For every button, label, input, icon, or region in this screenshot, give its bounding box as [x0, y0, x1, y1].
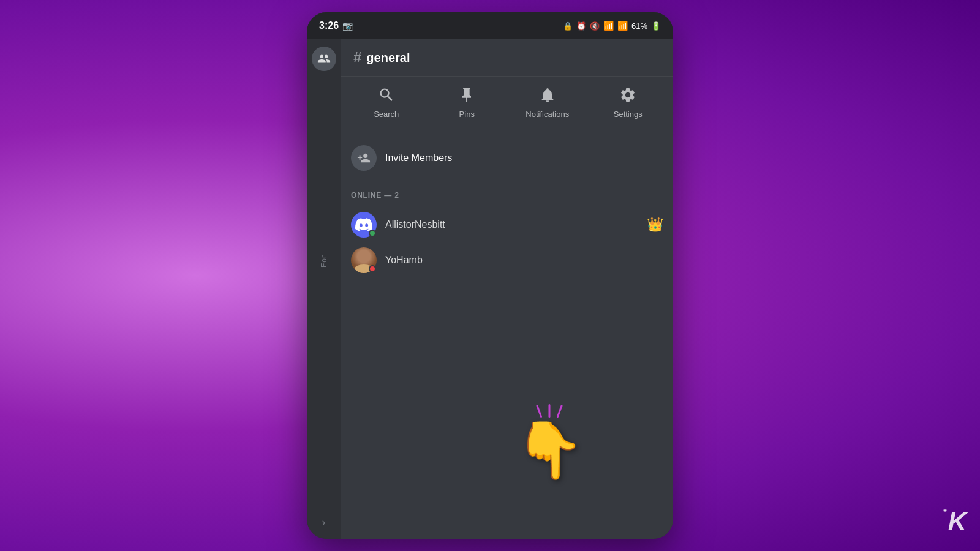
toolbar-pins[interactable]: Pins	[427, 86, 508, 119]
channel-header: # general	[341, 39, 673, 77]
notifications-label: Notifications	[526, 110, 569, 119]
yohamb-avatar-wrap	[351, 247, 377, 273]
toolbar: Search Pins Noti	[341, 77, 673, 129]
kt-k-letter: K	[948, 507, 965, 536]
member-row-yohamb[interactable]: YoHamb	[351, 242, 663, 278]
notifications-icon	[539, 86, 556, 106]
channel-name: general	[366, 51, 410, 65]
main-content: For › # general Search	[307, 39, 673, 539]
mute-icon: 🔇	[590, 21, 600, 31]
battery-text: 61%	[631, 21, 647, 31]
sidebar-arrow[interactable]: ›	[322, 516, 326, 529]
battery-icon: 🔋	[651, 21, 661, 31]
status-bar: 3:26 📷 🔒 ⏰ 🔇 📶 📶 61% 🔋	[307, 12, 673, 39]
online-section-header: ONLINE — 2	[351, 191, 663, 200]
yohamb-dnd-status	[369, 265, 376, 272]
pins-label: Pins	[459, 110, 475, 119]
kt-logo-area: * K	[943, 507, 965, 536]
wifi-icon: 📶	[603, 21, 614, 31]
settings-label: Settings	[614, 110, 643, 119]
member-row-allistor[interactable]: AllistorNesbitt 👑	[351, 207, 663, 242]
allistor-name: AllistorNesbitt	[385, 219, 638, 230]
camera-icon: 📷	[342, 21, 353, 31]
allistor-avatar-wrap	[351, 212, 377, 238]
channel-panel: # general Search	[341, 39, 673, 539]
invite-icon	[351, 145, 377, 171]
search-icon	[378, 86, 395, 106]
status-time: 3:26 📷	[319, 20, 353, 31]
sidebar-for-text: For	[320, 255, 328, 268]
settings-icon	[619, 86, 636, 106]
pins-icon	[458, 86, 475, 106]
members-panel: Invite Members ONLINE — 2 AllistorNe	[341, 129, 673, 539]
toolbar-settings[interactable]: Settings	[588, 86, 669, 119]
time-text: 3:26	[319, 20, 339, 31]
invite-label: Invite Members	[385, 152, 452, 163]
lock-icon: 🔒	[563, 21, 573, 31]
invite-members-row[interactable]: Invite Members	[351, 139, 663, 181]
phone-frame: 3:26 📷 🔒 ⏰ 🔇 📶 📶 61% 🔋 For ›	[307, 12, 673, 539]
sidebar-avatar[interactable]	[312, 47, 336, 71]
crown-icon: 👑	[647, 217, 663, 233]
signal-icon: 📶	[617, 21, 628, 31]
alarm-icon: ⏰	[576, 21, 586, 31]
search-label: Search	[374, 110, 399, 119]
toolbar-notifications[interactable]: Notifications	[507, 86, 588, 119]
toolbar-search[interactable]: Search	[346, 86, 427, 119]
allistor-online-status	[369, 230, 376, 237]
yohamb-name: YoHamb	[385, 255, 663, 266]
sidebar: For ›	[307, 39, 341, 539]
kt-asterisk: *	[943, 507, 946, 517]
people-icon	[317, 52, 331, 66]
channel-hash-symbol: #	[353, 49, 361, 66]
status-icons: 🔒 ⏰ 🔇 📶 📶 61% 🔋	[563, 21, 661, 31]
